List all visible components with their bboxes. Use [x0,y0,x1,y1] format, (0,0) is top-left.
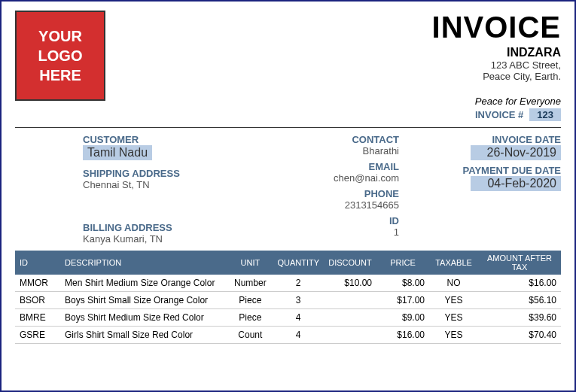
cell-qty: 4 [273,309,324,327]
company-addr2: Peace City, Earth. [432,71,561,82]
cell-disc [324,327,376,344]
table-row: BMREBoys Shirt Medium Size Red ColorPiec… [15,309,561,327]
cell-desc: Girls Shirt Small Size Red Color [60,327,227,344]
th-price: PRICE [376,251,429,275]
line-items-table: ID DESCRIPTION UNIT QUANTITY DISCOUNT PR… [15,251,561,344]
invoice-number-value: 123 [529,108,561,121]
th-unit: UNIT [227,251,273,275]
cell-disc [324,292,376,309]
invoice-page: YOUR LOGO HERE INVOICE INDZARA 123 ABC S… [0,0,576,392]
cell-price: $16.00 [376,327,429,344]
cell-desc: Men Shirt Medium Size Orange Color [60,275,227,292]
cell-disc: $10.00 [324,275,376,292]
id-value: 1 [228,226,400,238]
table-row: MMORMen Shirt Medium Size Orange ColorNu… [15,275,561,292]
tagline: Peace for Everyone [432,96,561,107]
billing-label: BILLING ADDRESS [83,222,228,233]
cell-qty: 3 [273,292,324,309]
header: YOUR LOGO HERE INVOICE INDZARA 123 ABC S… [15,11,561,128]
invoice-number-row: INVOICE # 123 [432,108,561,121]
th-disc: DISCOUNT [324,251,376,275]
invoice-date: 26-Nov-2019 [471,145,561,160]
cell-tax: NO [429,275,478,292]
table-row: BSORBoys Shirt Small Size Orange ColorPi… [15,292,561,309]
id-label: ID [228,215,400,226]
th-desc: DESCRIPTION [60,251,227,275]
invoice-title: INVOICE [432,11,561,44]
logo-placeholder: YOUR LOGO HERE [15,11,105,101]
logo-line2: LOGO [38,46,83,65]
th-id: ID [15,251,60,275]
phone-value: 2313154665 [228,199,400,211]
table-body: MMORMen Shirt Medium Size Orange ColorNu… [15,275,561,344]
cell-amt: $70.40 [478,327,561,344]
th-tax: TAXABLE [429,251,478,275]
contact-column: CONTACT Bharathi EMAIL chen@nai.com PHON… [228,134,430,245]
email-label: EMAIL [228,161,400,172]
cell-amt: $16.00 [478,275,561,292]
info-section: CUSTOMER Tamil Nadu SHIPPING ADDRESS Che… [83,134,561,245]
invoice-date-label: INVOICE DATE [429,134,561,145]
cell-qty: 4 [273,327,324,344]
cell-id: GSRE [15,327,60,344]
cell-price: $17.00 [376,292,429,309]
cell-id: BMRE [15,309,60,327]
cell-desc: Boys Shirt Medium Size Red Color [60,309,227,327]
invoice-number-label: INVOICE # [475,109,523,120]
shipping-address: Chennai St, TN [83,179,228,190]
company-block: INVOICE INDZARA 123 ABC Street, Peace Ci… [432,11,561,121]
cell-price: $8.00 [376,275,429,292]
cell-id: BSOR [15,292,60,309]
email-value: chen@nai.com [228,172,400,184]
cell-price: $9.00 [376,309,429,327]
phone-label: PHONE [228,188,400,199]
cell-tax: YES [429,327,478,344]
company-addr1: 123 ABC Street, [432,59,561,71]
dates-column: INVOICE DATE 26-Nov-2019 PAYMENT DUE DAT… [429,134,561,245]
customer-label: CUSTOMER [83,134,228,145]
cell-disc [324,309,376,327]
table-row: GSREGirls Shirt Small Size Red ColorCoun… [15,327,561,344]
cell-desc: Boys Shirt Small Size Orange Color [60,292,227,309]
due-date-label: PAYMENT DUE DATE [429,165,561,176]
billing-address: Kanya Kumari, TN [83,233,228,245]
th-amt: AMOUNT AFTER TAX [478,251,561,275]
cell-amt: $56.10 [478,292,561,309]
cell-unit: Piece [227,292,273,309]
cell-unit: Piece [227,309,273,327]
cell-unit: Count [227,327,273,344]
cell-tax: YES [429,292,478,309]
logo-line1: YOUR [38,26,82,46]
customer-column: CUSTOMER Tamil Nadu SHIPPING ADDRESS Che… [83,134,228,245]
company-name: INDZARA [432,46,561,59]
contact-name: Bharathi [228,145,400,156]
logo-line3: HERE [39,65,81,85]
cell-tax: YES [429,309,478,327]
table-header-row: ID DESCRIPTION UNIT QUANTITY DISCOUNT PR… [15,251,561,275]
shipping-label: SHIPPING ADDRESS [83,168,228,179]
cell-unit: Number [227,275,273,292]
customer-name: Tamil Nadu [83,145,152,160]
cell-amt: $39.60 [478,309,561,327]
contact-label: CONTACT [228,134,400,145]
cell-qty: 2 [273,275,324,292]
th-qty: QUANTITY [273,251,324,275]
cell-id: MMOR [15,275,60,292]
due-date: 04-Feb-2020 [471,176,561,191]
